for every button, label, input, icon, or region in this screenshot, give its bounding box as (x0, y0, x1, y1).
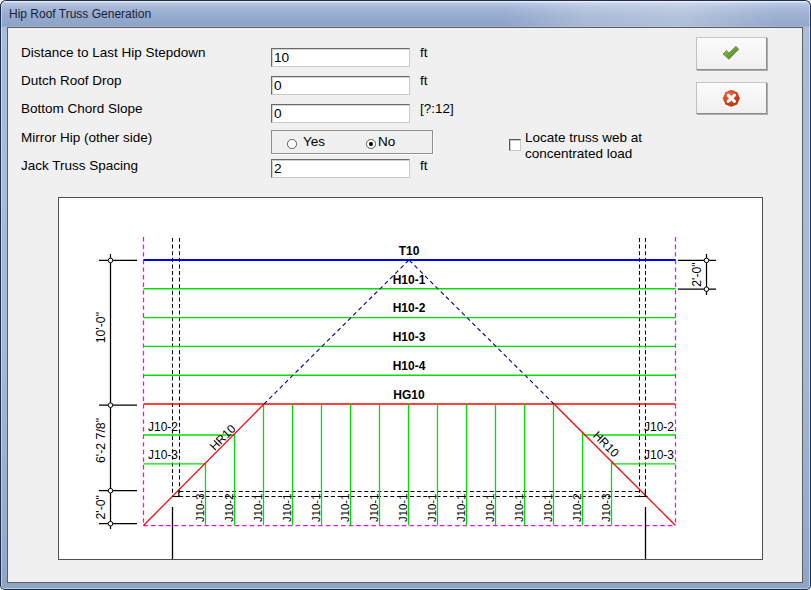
svg-text:J10-3: J10-3 (194, 494, 206, 523)
svg-text:H10-4: H10-4 (393, 359, 426, 373)
svg-text:J10-1: J10-1 (252, 494, 264, 523)
svg-text:J10-2: J10-2 (571, 494, 583, 523)
svg-text:J10-3: J10-3 (600, 494, 612, 523)
svg-text:J10-1: J10-1 (368, 494, 380, 523)
svg-text:2'-0": 2'-0" (94, 495, 108, 520)
svg-text:J10-1: J10-1 (513, 494, 525, 523)
svg-text:J10-1: J10-1 (339, 494, 351, 523)
svg-text:J10-1: J10-1 (455, 494, 467, 523)
svg-text:J10-2: J10-2 (644, 420, 674, 434)
svg-text:H10-1: H10-1 (393, 273, 426, 287)
svg-text:J10-2: J10-2 (223, 494, 235, 523)
svg-text:J10-1: J10-1 (310, 494, 322, 523)
svg-text:T10: T10 (399, 244, 420, 258)
svg-text:J10-1: J10-1 (426, 494, 438, 523)
svg-text:6'-2 7/8": 6'-2 7/8" (94, 418, 108, 463)
svg-text:10'-0": 10'-0" (94, 312, 108, 343)
svg-text:J10-2: J10-2 (148, 420, 178, 434)
svg-text:J10-1: J10-1 (397, 494, 409, 523)
svg-text:J10-1: J10-1 (281, 494, 293, 523)
svg-text:J10-1: J10-1 (484, 494, 496, 523)
svg-text:HG10: HG10 (393, 388, 425, 402)
svg-text:H10-2: H10-2 (393, 301, 426, 315)
svg-text:J10-3: J10-3 (644, 448, 674, 462)
svg-text:J10-1: J10-1 (542, 494, 554, 523)
svg-text:H10-3: H10-3 (393, 330, 426, 344)
svg-text:J10-3: J10-3 (148, 448, 178, 462)
svg-text:2'-0": 2'-0" (690, 262, 704, 287)
